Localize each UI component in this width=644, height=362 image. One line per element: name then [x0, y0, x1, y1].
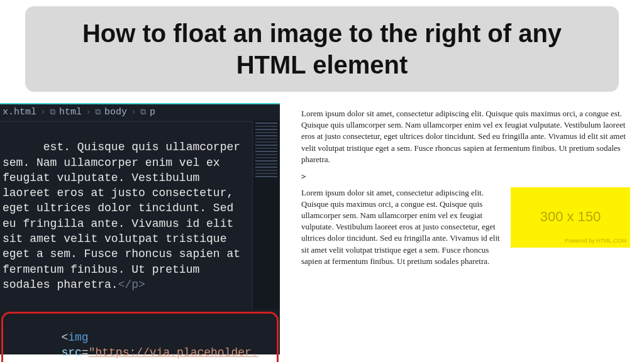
page-title: How to float an image to the right of an…	[44, 18, 600, 80]
breadcrumb-body[interactable]: ⧉ body	[95, 107, 127, 118]
code-braces-icon: ⧉	[95, 107, 101, 117]
placeholder-dims: 300 x 150	[540, 207, 601, 227]
chevron-right-icon: ›	[131, 107, 136, 118]
title-banner: How to float an image to the right of an…	[25, 6, 619, 92]
float-demo-block: 300 x 150 Powered by HTML.COM Lorem ipsu…	[301, 187, 630, 273]
breadcrumb-file[interactable]: x.html	[3, 107, 36, 118]
breadcrumb-p[interactable]: ⧉ p	[140, 107, 155, 118]
chevron-right-icon: ›	[40, 107, 46, 118]
placeholder-attribution: Powered by HTML.COM	[565, 237, 626, 245]
code-editor[interactable]: x.html › ⧉ html › ⧉ body › ⧉ p	[0, 103, 280, 354]
breadcrumb[interactable]: x.html › ⧉ html › ⧉ body › ⧉ p	[0, 104, 280, 122]
code-braces-icon: ⧉	[50, 107, 55, 117]
placeholder-image: 300 x 150 Powered by HTML.COM	[511, 187, 630, 248]
code-text: est. Quisque quis ullamcorper sem. Nam u…	[3, 141, 247, 291]
browser-preview: Lorem ipsum dolor sit amet, consectetur …	[280, 103, 644, 273]
highlighted-code: <img src="https://via.placeholder.com/30…	[1, 312, 279, 362]
stray-gt: >	[301, 172, 630, 182]
preview-paragraph-1: Lorem ipsum dolor sit amet, consectetur …	[301, 108, 630, 165]
editor-body[interactable]: est. Quisque quis ullamcorper sem. Nam u…	[0, 122, 280, 310]
breadcrumb-html[interactable]: ⧉ html	[50, 107, 82, 118]
minimap[interactable]	[252, 121, 280, 309]
content-row: x.html › ⧉ html › ⧉ body › ⧉ p	[0, 103, 644, 354]
closing-p-tag: </p>	[118, 278, 145, 291]
chevron-right-icon: ›	[86, 107, 91, 118]
code-braces-icon: ⧉	[140, 107, 146, 117]
